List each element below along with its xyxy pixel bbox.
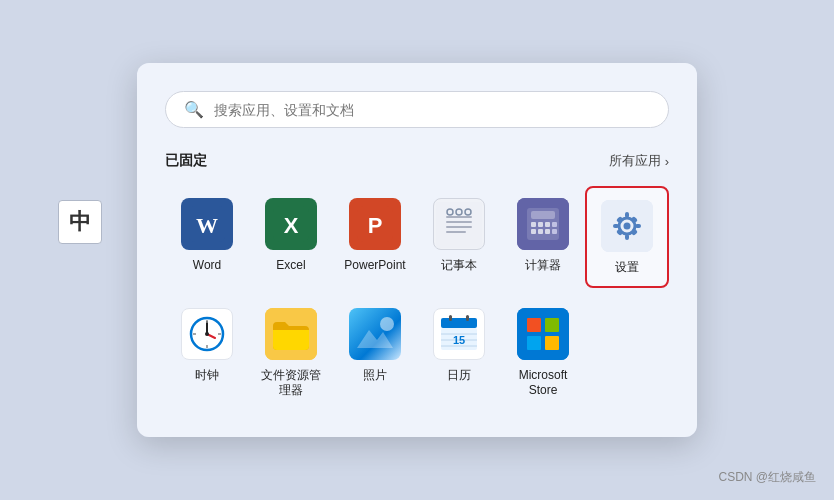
svg-rect-30 [613,224,619,228]
svg-rect-23 [545,229,550,234]
svg-point-40 [205,332,209,336]
svg-rect-7 [446,216,472,218]
svg-rect-24 [552,229,557,234]
app-photos[interactable]: 照片 [333,296,417,409]
app-calendar[interactable]: 15 日历 [417,296,501,409]
svg-rect-62 [545,336,559,350]
explorer-label: 文件资源管理器 [257,368,325,399]
notepad-label: 记事本 [441,258,477,274]
calc-label: 计算器 [525,258,561,274]
app-clock[interactable]: 时钟 [165,296,249,409]
svg-rect-20 [552,222,557,227]
svg-rect-46 [349,308,401,360]
svg-rect-19 [545,222,550,227]
app-notepad[interactable]: 记事本 [417,186,501,288]
svg-rect-9 [446,226,472,228]
excel-label: Excel [276,258,305,274]
excel-icon: X [265,198,317,250]
search-input[interactable] [214,102,650,118]
photos-label: 照片 [363,368,387,384]
start-menu: 🔍 已固定 所有应用 › W Word [137,63,697,437]
svg-rect-28 [625,212,629,218]
watermark: CSDN @红烧咸鱼 [718,469,816,486]
svg-rect-21 [531,229,536,234]
calendar-icon: 15 [433,308,485,360]
app-powerpoint[interactable]: P PowerPoint [333,186,417,288]
explorer-icon [265,308,317,360]
notepad-icon [433,198,485,250]
ppt-icon: P [349,198,401,250]
app-calculator[interactable]: 计算器 [501,186,585,288]
all-apps-link[interactable]: 所有应用 › [609,152,669,170]
svg-rect-58 [517,308,569,360]
app-word[interactable]: W Word [165,186,249,288]
settings-label: 设置 [615,260,639,276]
settings-icon [601,200,653,252]
photos-icon [349,308,401,360]
svg-text:P: P [368,213,383,238]
ime-label: 中 [69,207,91,237]
svg-rect-18 [538,222,543,227]
calendar-label: 日历 [447,368,471,384]
svg-point-27 [624,223,631,230]
app-explorer[interactable]: 文件资源管理器 [249,296,333,409]
svg-rect-60 [545,318,559,332]
store-label: Microsoft Store [509,368,577,399]
word-icon: W [181,198,233,250]
svg-point-48 [380,317,394,331]
pinned-title: 已固定 [165,152,207,170]
svg-rect-31 [635,224,641,228]
svg-rect-17 [531,222,536,227]
search-icon: 🔍 [184,100,204,119]
svg-text:X: X [284,213,299,238]
svg-rect-56 [449,315,452,321]
app-excel[interactable]: X Excel [249,186,333,288]
all-apps-label: 所有应用 [609,152,661,170]
word-label: Word [193,258,221,274]
svg-text:15: 15 [453,334,465,346]
watermark-text: CSDN @红烧咸鱼 [718,470,816,484]
svg-rect-61 [527,336,541,350]
desktop: 中 🔍 已固定 所有应用 › W [0,0,834,500]
chevron-icon: › [665,154,669,169]
clock-label: 时钟 [195,368,219,384]
pinned-section-header: 已固定 所有应用 › [165,152,669,170]
apps-grid: W Word X Excel [165,186,669,409]
svg-rect-8 [446,221,472,223]
svg-rect-50 [441,318,477,328]
ppt-label: PowerPoint [344,258,405,274]
svg-rect-10 [446,231,466,233]
svg-rect-59 [527,318,541,332]
store-icon [517,308,569,360]
svg-rect-22 [538,229,543,234]
app-store[interactable]: Microsoft Store [501,296,585,409]
svg-rect-16 [531,211,555,219]
clock-icon [181,308,233,360]
svg-rect-29 [625,234,629,240]
svg-text:W: W [196,213,218,238]
search-bar[interactable]: 🔍 [165,91,669,128]
app-settings[interactable]: 设置 [585,186,669,288]
calc-icon [517,198,569,250]
ime-indicator[interactable]: 中 [58,200,102,244]
svg-rect-57 [466,315,469,321]
